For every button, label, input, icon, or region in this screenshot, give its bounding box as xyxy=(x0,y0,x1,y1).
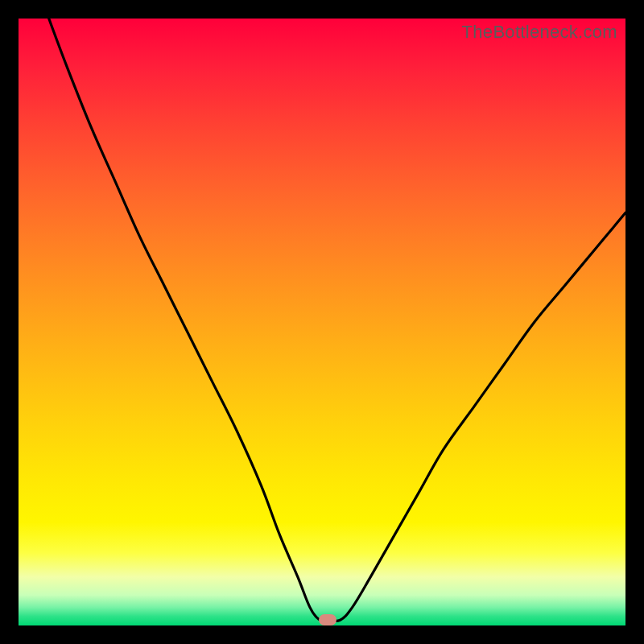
chart-stage: TheBottleneck.com xyxy=(0,0,644,644)
bottleneck-curve xyxy=(19,19,625,625)
optimal-point-marker xyxy=(319,614,336,625)
watermark-text: TheBottleneck.com xyxy=(462,22,617,43)
plot-area: TheBottleneck.com xyxy=(19,19,625,625)
